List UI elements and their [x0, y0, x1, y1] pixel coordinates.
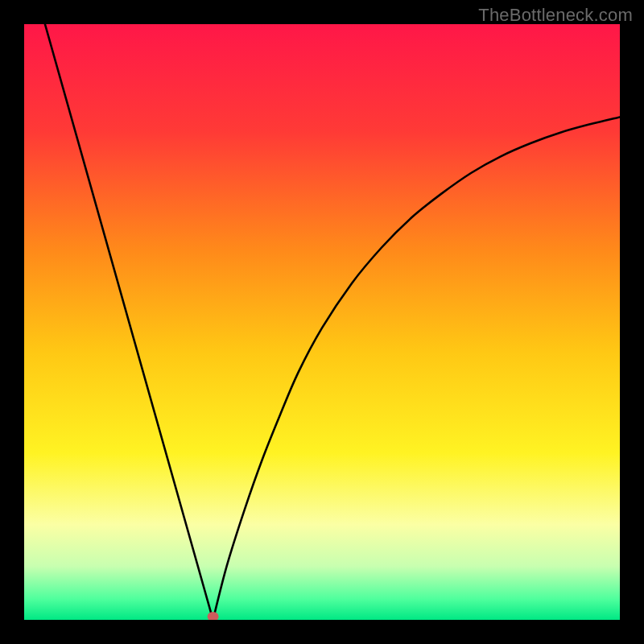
bottleneck-chart	[24, 24, 620, 620]
chart-frame: TheBottleneck.com	[0, 0, 644, 644]
watermark-text: TheBottleneck.com	[478, 5, 633, 26]
chart-background	[24, 24, 620, 620]
